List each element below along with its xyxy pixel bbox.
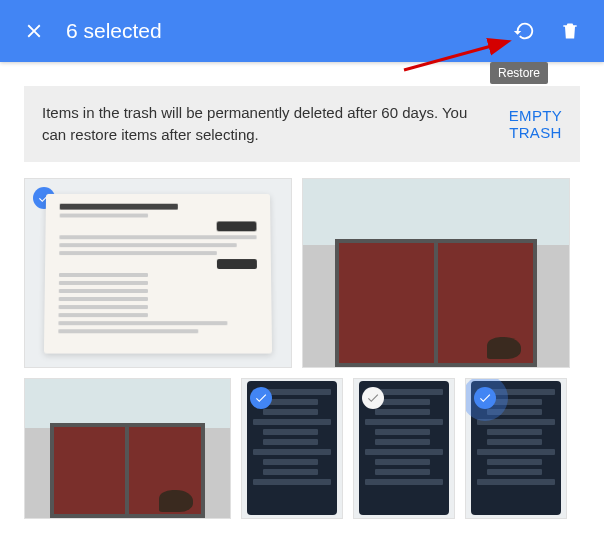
thumbnail-item[interactable] [353, 378, 455, 519]
image-placeholder [44, 194, 272, 353]
thumbnail-item[interactable] [465, 378, 567, 519]
empty-label-2: TRASH [509, 124, 562, 141]
selection-topbar: 6 selected Restore [0, 0, 604, 62]
banner-text: Items in the trash will be permanently d… [42, 102, 489, 146]
restore-icon[interactable] [510, 17, 538, 45]
check-icon[interactable] [362, 387, 384, 409]
trash-content: Items in the trash will be permanently d… [0, 62, 604, 536]
restore-tooltip: Restore [490, 62, 548, 84]
thumbnail-item[interactable] [24, 378, 231, 519]
thumbnail-grid [24, 178, 580, 519]
thumbnail-item[interactable] [302, 178, 570, 368]
selection-count: 6 selected [66, 19, 492, 43]
image-placeholder [25, 379, 230, 518]
trash-banner: Items in the trash will be permanently d… [24, 86, 580, 162]
empty-label-1: EMPTY [509, 107, 562, 124]
close-icon[interactable] [20, 17, 48, 45]
thumbnail-item[interactable] [241, 378, 343, 519]
thumbnail-item[interactable] [24, 178, 292, 368]
check-icon[interactable] [250, 387, 272, 409]
image-placeholder [303, 179, 569, 367]
check-icon[interactable] [474, 387, 496, 409]
empty-trash-button[interactable]: EMPTY TRASH [509, 107, 562, 141]
delete-icon[interactable] [556, 17, 584, 45]
